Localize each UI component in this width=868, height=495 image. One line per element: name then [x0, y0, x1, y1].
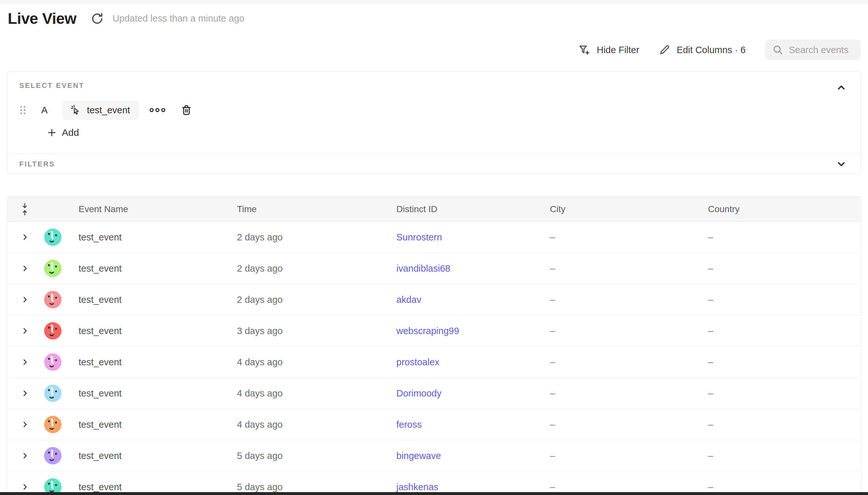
hide-filter-button[interactable]: Hide Filter: [578, 44, 639, 56]
distinct-id-cell: akdav: [389, 294, 543, 305]
city-cell: –: [543, 294, 701, 305]
column-header-time[interactable]: Time: [230, 204, 389, 214]
city-cell: –: [543, 420, 701, 430]
avatar: [44, 447, 62, 464]
distinct-id-cell: ivandiblasi68: [389, 263, 543, 274]
avatar: [44, 291, 62, 308]
table-row: test_event 4 days ago prostoalex – –: [7, 347, 861, 378]
time-cell: 4 days ago: [230, 357, 389, 368]
avatar-face-icon: [44, 416, 62, 433]
chevron-up-icon: [836, 82, 847, 93]
filters-section: FILTERS: [7, 154, 861, 173]
chevron-right-icon: [21, 264, 30, 273]
edit-columns-label: Edit Columns · 6: [677, 45, 746, 55]
event-options-button[interactable]: [149, 107, 166, 113]
search-box[interactable]: [765, 39, 861, 60]
chevron-right-icon: [21, 233, 30, 242]
country-cell: –: [701, 294, 861, 305]
distinct-id-link[interactable]: jashkenas: [396, 482, 439, 492]
avatar: [44, 260, 62, 277]
row-expand-button[interactable]: [7, 389, 38, 398]
row-expand-button[interactable]: [7, 482, 38, 492]
chevron-down-icon: [836, 159, 847, 170]
city-cell: –: [543, 388, 701, 399]
column-header-country[interactable]: Country: [701, 204, 861, 214]
plus-icon: [47, 128, 57, 137]
country-cell: –: [701, 388, 861, 399]
row-expand-button[interactable]: [7, 451, 38, 460]
event-name-cell: test_event: [71, 232, 230, 243]
event-row: A test_event: [19, 100, 192, 120]
time-cell: 4 days ago: [230, 388, 389, 399]
query-builder-card: SELECT EVENT A: [7, 71, 861, 174]
distinct-id-link[interactable]: prostoalex: [396, 357, 440, 367]
updated-status-text: Updated less than a minute ago: [112, 13, 244, 24]
collapse-select-event-button[interactable]: [836, 82, 847, 93]
distinct-id-link[interactable]: webscraping99: [396, 326, 459, 336]
distinct-id-cell: webscraping99: [389, 326, 543, 336]
event-name-cell: test_event: [71, 420, 230, 430]
table-row: test_event 3 days ago webscraping99 – –: [7, 315, 861, 347]
row-expand-button[interactable]: [7, 295, 38, 304]
distinct-id-link[interactable]: bingewave: [396, 450, 441, 461]
refresh-button[interactable]: [90, 12, 104, 25]
city-cell: –: [543, 326, 701, 336]
avatar: [44, 322, 62, 340]
chevron-right-icon: [21, 389, 30, 398]
row-expand-button[interactable]: [7, 326, 38, 335]
avatar-cell: [38, 353, 71, 371]
column-header-city[interactable]: City: [543, 204, 701, 214]
expand-filters-button[interactable]: [836, 159, 847, 170]
avatar: [44, 228, 62, 246]
table-row: test_event 2 days ago akdav – –: [7, 284, 861, 315]
avatar-face-icon: [44, 385, 62, 402]
table-row: test_event 5 days ago jashkenas – –: [7, 472, 861, 495]
table-header-row: Event Name Time Distinct ID City Country: [7, 197, 861, 222]
country-cell: –: [701, 450, 861, 461]
drag-handle-icon[interactable]: [19, 105, 27, 116]
time-cell: 2 days ago: [230, 294, 389, 305]
country-cell: –: [701, 232, 861, 243]
country-cell: –: [701, 326, 861, 336]
event-name-cell: test_event: [71, 388, 230, 399]
avatar: [44, 416, 62, 433]
distinct-id-cell: bingewave: [389, 450, 543, 461]
row-expand-button[interactable]: [7, 233, 38, 242]
avatar-cell: [38, 291, 71, 308]
city-cell: –: [543, 232, 701, 243]
row-expand-button[interactable]: [7, 358, 38, 366]
chevron-right-icon: [21, 420, 30, 429]
bottom-edge-bar: [0, 492, 868, 495]
avatar-cell: [38, 322, 71, 340]
search-input[interactable]: [789, 45, 856, 55]
delete-event-button[interactable]: [180, 104, 192, 117]
distinct-id-cell: Dorimoody: [389, 388, 543, 399]
page-title: Live View: [8, 10, 76, 27]
distinct-id-link[interactable]: feross: [396, 420, 422, 430]
table-row: test_event 4 days ago feross – –: [7, 409, 861, 440]
column-header-distinct-id[interactable]: Distinct ID: [389, 204, 543, 214]
country-cell: –: [701, 357, 861, 368]
avatar-face-icon: [44, 228, 62, 246]
event-series-letter: A: [41, 105, 48, 116]
collapse-all-rows-button[interactable]: [7, 202, 38, 216]
pencil-icon: [659, 44, 670, 56]
distinct-id-link[interactable]: Sunrostern: [396, 232, 442, 242]
row-expand-button[interactable]: [7, 264, 38, 273]
avatar-cell: [38, 385, 71, 402]
distinct-id-link[interactable]: Dorimoody: [396, 388, 441, 398]
time-cell: 2 days ago: [230, 263, 389, 274]
table-row: test_event 4 days ago Dorimoody – –: [7, 378, 861, 409]
event-selector-chip[interactable]: test_event: [63, 100, 139, 120]
city-cell: –: [543, 450, 701, 461]
row-expand-button[interactable]: [7, 420, 38, 429]
add-event-button[interactable]: Add: [47, 127, 79, 138]
collapse-vertical-icon: [21, 202, 38, 216]
ellipsis-icon: [149, 107, 166, 113]
distinct-id-link[interactable]: akdav: [396, 294, 421, 305]
chevron-right-icon: [21, 451, 30, 460]
distinct-id-link[interactable]: ivandiblasi68: [396, 263, 450, 274]
column-header-event-name[interactable]: Event Name: [71, 204, 230, 214]
refresh-icon: [90, 12, 104, 25]
edit-columns-button[interactable]: Edit Columns · 6: [659, 44, 746, 56]
